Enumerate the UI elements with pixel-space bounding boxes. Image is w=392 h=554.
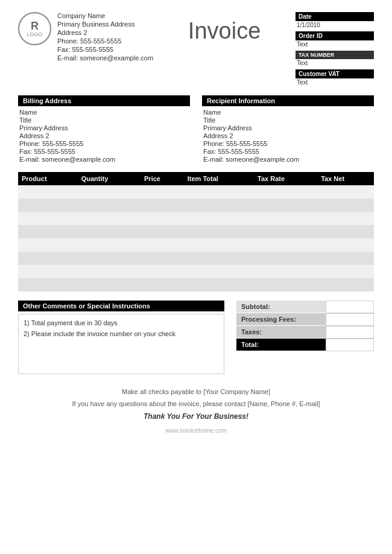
cell-2-1 xyxy=(78,212,141,225)
billing-address-header: Billing Address xyxy=(18,95,190,106)
invoice-title-area: Invoice xyxy=(153,12,296,44)
logo-icon: R LOGO xyxy=(18,12,51,45)
col-tax-rate: Tax Rate xyxy=(254,172,317,185)
tax-number-value: Text xyxy=(296,59,374,67)
cell-3-5 xyxy=(317,225,374,238)
billing-address-lines: Name Title Primary Address Address 2 Pho… xyxy=(18,109,190,163)
tax-number-label: TAX NUMBER xyxy=(296,51,374,59)
table-body xyxy=(18,185,374,291)
total-value xyxy=(326,339,374,351)
cell-7-2 xyxy=(141,278,184,291)
cell-0-2 xyxy=(141,185,184,199)
col-product: Product xyxy=(18,172,78,185)
vat-label: Customer VAT xyxy=(296,69,374,78)
cell-3-0 xyxy=(18,225,78,238)
date-label: Date xyxy=(296,12,374,21)
cell-6-5 xyxy=(317,265,374,278)
cell-2-0 xyxy=(18,212,78,225)
cell-6-2 xyxy=(141,265,184,278)
logo-area: R LOGO Company Name Primary Business Add… xyxy=(18,12,153,62)
table-row xyxy=(18,278,374,291)
billing-fax: Fax: 555-555-5555 xyxy=(19,148,189,155)
processing-value xyxy=(326,313,374,326)
cell-5-2 xyxy=(141,252,184,265)
date-row: Date 1/1/2010 xyxy=(296,12,374,29)
table-row xyxy=(18,212,374,225)
footer-thankyou: Thank You For Your Business! xyxy=(18,410,374,424)
order-label: Order ID xyxy=(296,31,374,40)
table-row xyxy=(18,199,374,212)
cell-3-1 xyxy=(78,225,141,238)
recipient-name: Name xyxy=(203,109,373,116)
recipient-title: Title xyxy=(203,116,373,124)
cell-3-3 xyxy=(184,225,254,238)
company-email: E-mail: someone@example.com xyxy=(57,54,153,62)
recipient-phone: Phone: 555-555-5555 xyxy=(203,140,373,147)
recipient-address1: Primary Address xyxy=(203,124,373,132)
cell-5-0 xyxy=(18,252,78,265)
table-row xyxy=(18,238,374,252)
col-item-total: Item Total xyxy=(184,172,254,185)
order-row: Order ID Text xyxy=(296,31,374,48)
cell-7-4 xyxy=(254,278,317,291)
footer-questions: If you have any questions about the invo… xyxy=(18,398,374,410)
cell-4-1 xyxy=(78,238,141,252)
cell-2-3 xyxy=(184,212,254,225)
cell-1-2 xyxy=(141,199,184,212)
table-header: Product Quantity Price Item Total Tax Ra… xyxy=(18,172,374,185)
cell-6-3 xyxy=(184,265,254,278)
processing-row: Processing Fees: xyxy=(236,313,374,326)
cell-0-4 xyxy=(254,185,317,199)
cell-4-4 xyxy=(254,238,317,252)
comments-box: Other Comments or Special Instructions 1… xyxy=(18,301,224,374)
recipient-lines: Name Title Primary Address Address 2 Pho… xyxy=(202,109,374,163)
subtotal-value xyxy=(326,301,374,313)
total-label: Total: xyxy=(236,339,326,351)
table-row xyxy=(18,265,374,278)
cell-6-4 xyxy=(254,265,317,278)
cell-1-3 xyxy=(184,199,254,212)
cell-7-0 xyxy=(18,278,78,291)
company-info: Company Name Primary Business Address Ad… xyxy=(57,12,153,62)
col-quantity: Quantity xyxy=(78,172,141,185)
cell-1-4 xyxy=(254,199,317,212)
cell-5-4 xyxy=(254,252,317,265)
cell-0-0 xyxy=(18,185,78,199)
billing-phone: Phone: 555-555-5555 xyxy=(19,140,189,147)
taxes-value xyxy=(326,326,374,339)
taxes-label: Taxes: xyxy=(236,326,326,339)
billing-title: Title xyxy=(19,116,189,124)
cell-4-5 xyxy=(317,238,374,252)
table-row xyxy=(18,185,374,199)
comment-line: 2) Please include the invoice number on … xyxy=(24,329,219,340)
logo-r-symbol: R xyxy=(31,21,39,31)
recipient-address2: Address 2 xyxy=(203,132,373,139)
company-name: Company Name xyxy=(57,12,153,19)
recipient-box: Recipient Information Name Title Primary… xyxy=(202,95,374,163)
cell-7-1 xyxy=(78,278,141,291)
vat-row: Customer VAT Text xyxy=(296,69,374,86)
table-row xyxy=(18,225,374,238)
processing-label: Processing Fees: xyxy=(236,313,326,326)
billing-name: Name xyxy=(19,109,189,116)
comments-body: 1) Total payment due in 30 days2) Please… xyxy=(18,314,224,374)
company-fax: Fax: 555-555-5555 xyxy=(57,46,153,53)
table-header-row: Product Quantity Price Item Total Tax Ra… xyxy=(18,172,374,185)
company-address2: Address 2 xyxy=(57,29,153,36)
address-section: Billing Address Name Title Primary Addre… xyxy=(18,95,374,163)
cell-1-0 xyxy=(18,199,78,212)
cell-0-3 xyxy=(184,185,254,199)
cell-2-5 xyxy=(317,212,374,225)
cell-0-1 xyxy=(78,185,141,199)
cell-6-1 xyxy=(78,265,141,278)
cell-7-3 xyxy=(184,278,254,291)
comment-line: 1) Total payment due in 30 days xyxy=(24,318,219,329)
cell-5-5 xyxy=(317,252,374,265)
cell-1-1 xyxy=(78,199,141,212)
billing-email: E-mail: someone@example.com xyxy=(19,156,189,163)
comments-header: Other Comments or Special Instructions xyxy=(18,301,224,311)
cell-4-3 xyxy=(184,238,254,252)
billing-address1: Primary Address xyxy=(19,124,189,132)
company-address1: Primary Business Address xyxy=(57,21,153,28)
bottom-section: Other Comments or Special Instructions 1… xyxy=(18,301,374,374)
